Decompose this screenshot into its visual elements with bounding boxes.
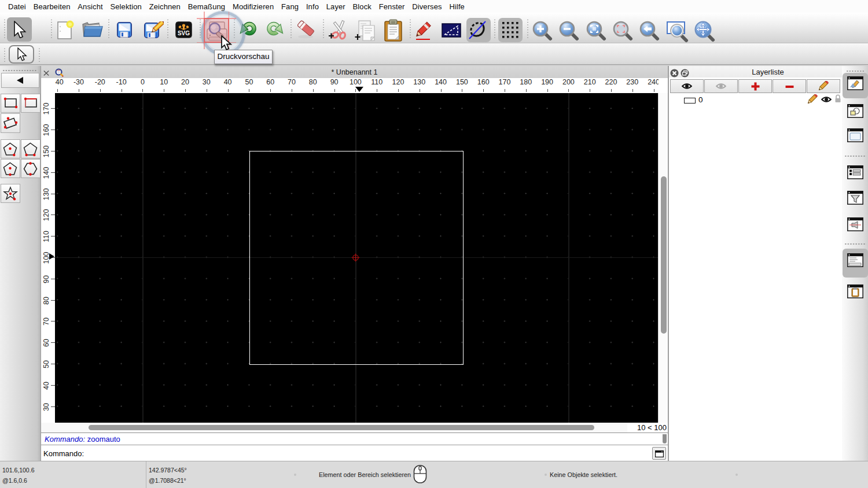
svg-text:SVG: SVG — [178, 30, 190, 36]
